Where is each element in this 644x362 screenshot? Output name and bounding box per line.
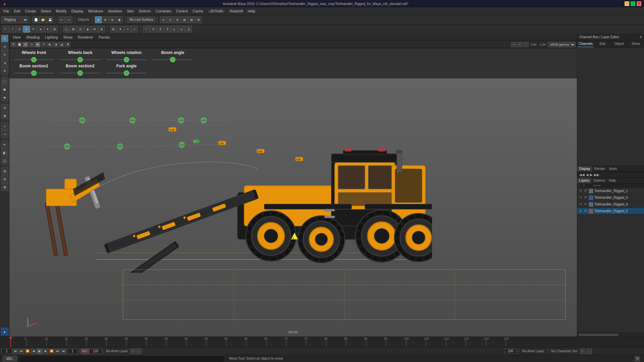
layer-color-1[interactable] bbox=[589, 189, 593, 193]
minimize-button[interactable]: – bbox=[625, 1, 629, 6]
menu-cache[interactable]: Cache bbox=[191, 8, 205, 14]
vp-dof-btn[interactable]: ◓ bbox=[65, 42, 70, 47]
script-editor-btn[interactable]: ⊞ bbox=[635, 356, 640, 361]
tab-edit[interactable]: Edit bbox=[594, 41, 611, 47]
mode-dropdown[interactable]: Rigging Modeling Animation bbox=[1, 16, 28, 23]
tweak-btn[interactable]: ◈ bbox=[84, 26, 91, 33]
play-start-btn[interactable]: ⏮ bbox=[13, 349, 18, 354]
menu-help[interactable]: Help bbox=[246, 8, 258, 14]
tab-object[interactable]: Object bbox=[611, 41, 628, 47]
vp-menu-panels[interactable]: Panels bbox=[97, 35, 112, 40]
universal-tool-btn[interactable]: ✦ bbox=[44, 26, 51, 33]
wheels-rotation-slider[interactable] bbox=[106, 56, 147, 63]
layer-v-1[interactable]: V bbox=[579, 189, 583, 193]
turntable-left[interactable]: ⊸ bbox=[1, 130, 8, 138]
misc2-btn[interactable]: ⊻ bbox=[150, 26, 157, 33]
layer-v-3[interactable]: V bbox=[579, 202, 583, 206]
wheels-back-knob[interactable] bbox=[77, 57, 83, 62]
layer-fwd-btn[interactable]: ▶ bbox=[589, 173, 593, 177]
menu-modify[interactable]: Modify bbox=[54, 8, 68, 14]
vp-menu-renderer[interactable]: Renderer bbox=[76, 35, 95, 40]
snap-curve-button[interactable]: ⊕ bbox=[102, 16, 109, 23]
anim-layer-btn[interactable]: + bbox=[130, 349, 136, 354]
preserve-btn[interactable]: ⊡ bbox=[77, 26, 84, 33]
material-left[interactable]: ◧ bbox=[1, 149, 8, 156]
anim-layer-btn2[interactable]: - bbox=[136, 349, 142, 354]
snap-grid-button[interactable]: ⊞ bbox=[95, 16, 102, 23]
boom-angle-slider[interactable] bbox=[153, 56, 193, 63]
render-left[interactable]: ⊞ bbox=[1, 167, 8, 175]
layer-p-1[interactable]: P bbox=[584, 189, 588, 193]
paint-left[interactable]: ◉ bbox=[1, 85, 8, 93]
open-scene-button[interactable]: 📂 bbox=[40, 16, 46, 23]
menu-file[interactable]: File bbox=[1, 8, 11, 14]
layer-p-2[interactable]: P bbox=[584, 196, 588, 200]
new-scene-button[interactable]: 📄 bbox=[33, 16, 39, 23]
select-tool-btn[interactable]: ↖ bbox=[2, 26, 9, 33]
ipr-left[interactable]: ⊟ bbox=[1, 175, 8, 183]
layer-row-4[interactable]: V P Telehandler_Rigged_F bbox=[577, 208, 644, 215]
extrude-btn[interactable]: ⊗ bbox=[98, 26, 105, 33]
scale-tool-left[interactable]: ⇲ bbox=[1, 59, 8, 66]
layer-name-4[interactable]: Telehandler_Rigged_F bbox=[594, 209, 643, 213]
channel-box-button[interactable]: ▤ bbox=[181, 16, 188, 23]
layer-v-2[interactable]: V bbox=[579, 196, 583, 200]
wheels-front-knob[interactable] bbox=[31, 57, 37, 62]
display1-left[interactable]: ⊡ bbox=[1, 104, 8, 111]
char-set-btn2[interactable]: - bbox=[587, 349, 592, 354]
layer-color-4[interactable] bbox=[589, 209, 593, 214]
tab-render[interactable]: Render bbox=[592, 166, 607, 172]
rotate-tool-left[interactable]: ↻ bbox=[1, 51, 8, 58]
vp-ao-btn[interactable]: ◑ bbox=[53, 42, 58, 47]
rotate-tool-btn[interactable]: ↻ bbox=[30, 26, 37, 33]
select-tool-left[interactable]: ↖ bbox=[1, 35, 8, 42]
scale-tool-btn[interactable]: ⇲ bbox=[37, 26, 44, 33]
sculpt-left[interactable]: ◈ bbox=[1, 94, 8, 101]
redo-button[interactable]: ↪ bbox=[65, 16, 72, 23]
step-back-btn[interactable]: ⏪ bbox=[25, 349, 30, 354]
playback-end-input[interactable] bbox=[504, 349, 517, 354]
layer-p-3[interactable]: P bbox=[584, 202, 588, 206]
menu-control[interactable]: Control bbox=[174, 8, 190, 14]
right-scrollbar[interactable] bbox=[577, 333, 644, 337]
layer-next-btn[interactable]: ▶▶ bbox=[593, 173, 600, 177]
mel-tab-btn[interactable]: MEL bbox=[3, 356, 17, 362]
undo-button[interactable]: ↩ bbox=[58, 16, 65, 23]
layer-back-btn[interactable]: ◀ bbox=[585, 173, 589, 177]
misc7-btn[interactable]: ⋀ bbox=[185, 26, 192, 33]
snap-surface-button[interactable]: ◉ bbox=[116, 16, 123, 23]
vp-camera-btn[interactable]: 📷 bbox=[11, 42, 16, 47]
end-frame-input[interactable] bbox=[90, 349, 102, 354]
layer-color-3[interactable] bbox=[589, 202, 593, 207]
menu-select[interactable]: Select bbox=[39, 8, 53, 14]
close-button[interactable]: ✕ bbox=[637, 1, 641, 6]
play-prev-key-btn[interactable]: ⏭ bbox=[19, 349, 24, 354]
step-fwd-btn[interactable]: ⏩ bbox=[49, 349, 54, 354]
vp-xray-btn[interactable]: ⊹ bbox=[517, 42, 523, 47]
play-end-btn[interactable]: ⏭ bbox=[61, 349, 66, 354]
ik-btn[interactable]: ⊸ bbox=[124, 26, 131, 33]
menu-skin[interactable]: Skin bbox=[125, 8, 136, 14]
wheels-rotation-knob[interactable] bbox=[124, 57, 129, 62]
vp-menu-show[interactable]: Show bbox=[61, 35, 75, 40]
wheels-front-slider[interactable] bbox=[14, 56, 54, 63]
tab-anim[interactable]: Anim bbox=[607, 166, 619, 172]
tab-options[interactable]: Options bbox=[591, 178, 607, 183]
texture-left[interactable]: ◫ bbox=[1, 157, 8, 164]
misc3-btn[interactable]: ⊼ bbox=[157, 26, 164, 33]
vp-ss-btn[interactable]: ◒ bbox=[59, 42, 64, 47]
misc5-btn[interactable]: ⊾ bbox=[171, 26, 178, 33]
vp-menu-view[interactable]: View bbox=[11, 35, 23, 40]
layer-name-3[interactable]: Telehandler_Rigged_b bbox=[594, 202, 643, 206]
snap-point-button[interactable]: ⊗ bbox=[109, 16, 116, 23]
mel-input-field[interactable] bbox=[20, 355, 224, 362]
misc4-btn[interactable]: ⊽ bbox=[164, 26, 171, 33]
multi-cut-btn[interactable]: ⊕ bbox=[91, 26, 98, 33]
toolbox-button[interactable]: ⊟ bbox=[174, 16, 181, 23]
menu-windows[interactable]: Windows bbox=[86, 8, 105, 14]
lattice-btn[interactable]: ⊞ bbox=[110, 26, 117, 33]
layer-prev-btn[interactable]: ◀◀ bbox=[579, 173, 585, 177]
wheels-back-slider[interactable] bbox=[60, 56, 100, 63]
vp-back-btn[interactable]: ⊺ bbox=[523, 42, 529, 47]
vp-tex-btn[interactable]: ◉ bbox=[35, 42, 40, 47]
